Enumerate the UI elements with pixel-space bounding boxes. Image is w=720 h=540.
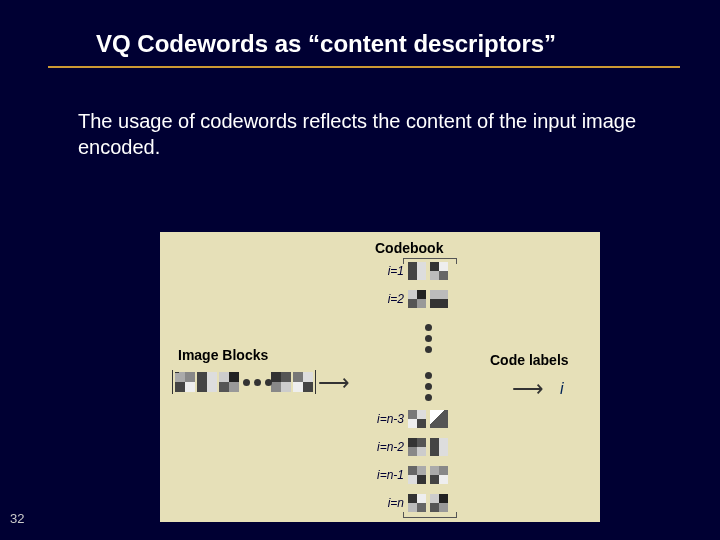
codebook-row: i=n-2	[408, 438, 454, 462]
output-label: i	[560, 380, 564, 398]
horizontal-dots	[243, 379, 272, 386]
codeword-tile	[408, 494, 426, 512]
image-block-tile	[219, 372, 239, 392]
code-labels-heading: Code labels	[490, 352, 569, 368]
vertical-dots-bottom	[425, 372, 432, 401]
codeword-tile	[408, 410, 426, 428]
codebook-column-lower: i=n-3 i=n-2 i=n-1 i=n	[408, 410, 454, 522]
codeword-tile	[430, 494, 448, 512]
codebook-heading: Codebook	[375, 240, 443, 256]
codeword-tile	[408, 466, 426, 484]
codeword-tile	[430, 438, 448, 456]
image-block-tile	[271, 372, 291, 392]
codebook-row: i=2	[408, 290, 454, 314]
codeword-tile	[430, 262, 448, 280]
image-blocks-heading: Image Blocks	[178, 347, 268, 363]
codebook-index-label: i=2	[364, 292, 404, 306]
codebook-index-label: i=n-3	[364, 412, 404, 426]
codebook-row: i=1	[408, 262, 454, 286]
codebook-index-label: i=1	[364, 264, 404, 278]
slide-body-text: The usage of codewords reflects the cont…	[0, 68, 720, 160]
arrow-icon: ⟶	[318, 370, 350, 396]
codeword-tile	[408, 290, 426, 308]
image-block-tile	[175, 372, 195, 392]
codebook-index-label: i=n-1	[364, 468, 404, 482]
codebook-column: i=1 i=2	[408, 262, 454, 318]
codebook-row: i=n-1	[408, 466, 454, 490]
codeword-tile	[430, 410, 448, 428]
slide-number: 32	[10, 511, 24, 526]
arrow-icon: ⟶	[512, 376, 544, 402]
codebook-row: i=n	[408, 494, 454, 518]
diagram: Codebook i=1 i=2 Image Blocks ⟶ Code lab	[160, 232, 600, 522]
image-block-tile	[197, 372, 217, 392]
slide-title: VQ Codewords as “content descriptors”	[48, 0, 680, 68]
codebook-index-label: i=n-2	[364, 440, 404, 454]
vertical-dots-top	[425, 324, 432, 353]
codebook-index-label: i=n	[364, 496, 404, 510]
image-blocks-row	[172, 370, 316, 394]
codeword-tile	[408, 262, 426, 280]
image-block-tile	[293, 372, 313, 392]
codeword-tile	[408, 438, 426, 456]
codeword-tile	[430, 466, 448, 484]
codebook-row: i=n-3	[408, 410, 454, 434]
codeword-tile	[430, 290, 448, 308]
